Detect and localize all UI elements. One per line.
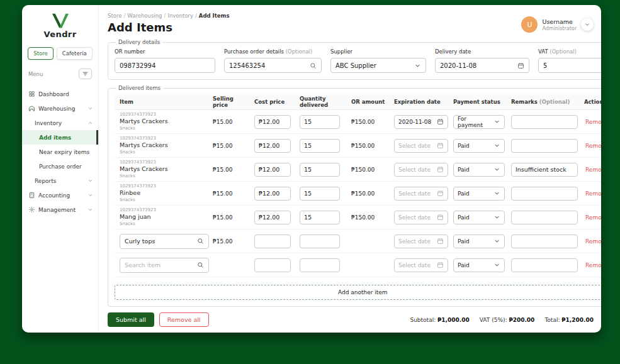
sidebar-item-warehousing[interactable]: Warehousing	[22, 101, 98, 116]
sidebar-item-near-expiry-items[interactable]: Near expiry items	[22, 145, 98, 159]
user-menu: U Username Administrator	[521, 16, 594, 33]
expiration-date-picker[interactable]: Select date	[394, 258, 448, 272]
breadcrumb-item[interactable]: Inventory	[167, 13, 193, 19]
quantity-input[interactable]	[300, 139, 340, 153]
remarks-input[interactable]	[511, 187, 578, 201]
remove-item-button[interactable]: Remove	[584, 119, 601, 125]
menu-collapse-button[interactable]	[79, 69, 92, 79]
remarks-input[interactable]	[511, 258, 578, 272]
remove-item-button[interactable]: Remove	[584, 190, 601, 197]
or-number-input[interactable]	[120, 62, 210, 69]
sidebar-item-reports[interactable]: Reports	[22, 174, 98, 188]
item-search-input[interactable]	[125, 238, 194, 245]
remove-all-button[interactable]: Remove all	[159, 312, 209, 327]
tab-store[interactable]: Store	[28, 47, 53, 60]
payment-status-select[interactable]: Paid	[453, 258, 505, 272]
remove-item-button[interactable]: Remove	[584, 238, 601, 245]
item-sku: 1029374373923	[120, 136, 208, 141]
selling-price: ₱15.00	[211, 143, 251, 149]
expiration-date-picker[interactable]: Select date	[394, 163, 448, 177]
column-header: Expiration date	[393, 99, 449, 105]
sidebar-item-inventory[interactable]: Inventory	[22, 116, 98, 130]
or-amount: ₱150.00	[350, 119, 390, 125]
user-menu-button[interactable]	[581, 18, 594, 31]
sidebar-item-management[interactable]: Management	[22, 202, 98, 217]
item-name: Mang juan	[120, 213, 208, 221]
expiration-date-picker[interactable]: Select date	[394, 187, 448, 201]
calendar-icon	[517, 62, 524, 69]
remarks-input[interactable]	[511, 234, 578, 248]
remove-item-button[interactable]: Remove	[584, 262, 601, 268]
add-another-item-button[interactable]: Add another item	[115, 285, 601, 300]
chevron-down-icon	[414, 62, 421, 69]
payment-status-select[interactable]: Paid	[453, 187, 505, 201]
remove-item-button[interactable]: Remove	[584, 167, 601, 173]
store-switcher: StoreCafeteria	[22, 47, 98, 60]
payment-status-select[interactable]: Paid	[453, 163, 505, 177]
po-details-input[interactable]	[229, 62, 307, 69]
quantity-input[interactable]	[300, 258, 340, 272]
sidebar-item-label: Purchase order	[39, 163, 93, 170]
item-search-input[interactable]	[125, 262, 194, 268]
sidebar-item-accounting[interactable]: Accounting	[22, 188, 98, 202]
tab-cafeteria[interactable]: Cafeteria	[57, 47, 93, 60]
chevron-down-icon	[493, 190, 500, 197]
breadcrumb-item[interactable]: Store	[108, 13, 121, 19]
delivery-date-field: Delivery date 2020-11-08	[435, 48, 529, 73]
breadcrumb: Store/Warehousing/Inventory/Add Items	[108, 13, 229, 19]
payment-status-select[interactable]: Paid	[453, 234, 505, 248]
column-header: Payment status	[452, 99, 507, 105]
or-amount: ₱150.00	[350, 190, 390, 197]
expiration-date-picker[interactable]: Select date	[394, 211, 448, 224]
remove-item-button[interactable]: Remove	[584, 143, 601, 149]
remarks-input[interactable]	[511, 163, 578, 177]
payment-status-select[interactable]: Paid	[453, 139, 505, 153]
cost-price-input[interactable]	[254, 211, 291, 224]
item-search-box	[120, 258, 209, 273]
payment-status-select[interactable]: For payment	[453, 115, 505, 129]
quantity-input[interactable]	[300, 115, 340, 129]
supplier-select[interactable]: ABC Supplier	[330, 58, 426, 73]
chevron-down-icon	[87, 106, 93, 111]
item-info: 1029374373923Martys CrackersSnacks	[115, 136, 209, 155]
column-header: Cost price	[253, 99, 296, 105]
remarks-input[interactable]	[511, 139, 578, 153]
expiration-date-picker[interactable]: 2020-11-08	[394, 115, 448, 129]
remove-item-button[interactable]: Remove	[584, 214, 601, 221]
delivery-date-picker[interactable]: 2020-11-08	[435, 58, 529, 73]
sidebar-item-add-items[interactable]: Add items	[22, 130, 98, 145]
remarks-input[interactable]	[511, 115, 578, 129]
quantity-input[interactable]	[300, 234, 340, 248]
cost-price-input[interactable]	[254, 258, 291, 272]
item-row: 1029374373923RinbeeSnacks₱15.00₱150.00Se…	[115, 182, 601, 206]
quantity-input[interactable]	[300, 211, 340, 224]
cost-price-input[interactable]	[254, 163, 291, 177]
sidebar-item-dashboard[interactable]: Dashboard	[22, 87, 98, 101]
sidebar-item-purchase-order[interactable]: Purchase order	[22, 159, 98, 174]
payment-status-select[interactable]: Paid	[453, 211, 505, 224]
quantity-input[interactable]	[300, 163, 340, 177]
column-header: Remarks (Optional)	[510, 99, 580, 105]
cost-price-input[interactable]	[254, 139, 291, 153]
subtotal: Subtotal: ₱1,000.00	[410, 317, 469, 323]
submit-all-button[interactable]: Submit all	[108, 312, 154, 327]
vat-input[interactable]	[543, 62, 601, 69]
page-title: Add Items	[108, 21, 229, 34]
expiration-date-picker[interactable]: Select date	[394, 139, 448, 153]
expiration-date-picker[interactable]: Select date	[394, 234, 448, 248]
cost-price-input[interactable]	[254, 115, 291, 129]
top-bar: Store/Warehousing/Inventory/Add Items Ad…	[108, 13, 594, 34]
cost-price-input[interactable]	[254, 187, 291, 201]
chevron-down-icon	[493, 214, 500, 221]
cost-price-input[interactable]	[254, 234, 291, 248]
item-row: Select datePaidRemove	[115, 253, 601, 277]
column-header: Action/s	[583, 99, 601, 105]
main-content: Store/Warehousing/Inventory/Add Items Ad…	[99, 5, 601, 333]
column-header: OR amount	[350, 99, 390, 105]
logo: Vendrr	[22, 13, 98, 39]
remarks-input[interactable]	[511, 211, 578, 224]
quantity-input[interactable]	[300, 187, 340, 201]
breadcrumb-item[interactable]: Warehousing	[127, 13, 162, 19]
delivery-details-section: Delivery details OR number Purchase orde…	[108, 39, 601, 80]
field-label: Purchase order details (Optional)	[224, 48, 322, 55]
